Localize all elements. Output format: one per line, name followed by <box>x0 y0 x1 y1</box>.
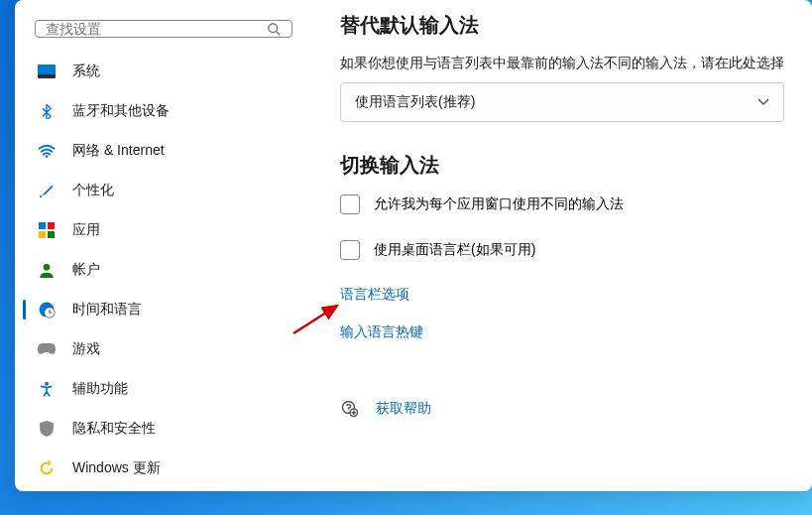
checkbox-label: 使用桌面语言栏(如果可用) <box>374 241 535 259</box>
globe-clock-icon <box>37 300 57 320</box>
search-input[interactable] <box>46 21 267 37</box>
nav-label: 网络 & Internet <box>72 142 165 160</box>
svg-rect-8 <box>48 231 55 238</box>
search-box[interactable] <box>35 20 292 38</box>
nav-system[interactable]: 系统 <box>23 52 304 91</box>
nav-label: Windows 更新 <box>72 459 161 477</box>
system-icon <box>37 62 57 81</box>
content-panel: 替代默认输入法 如果你想使用与语言列表中最靠前的输入法不同的输入法，请在此处选择… <box>312 0 812 491</box>
nav-bluetooth[interactable]: 蓝牙和其他设备 <box>23 91 304 131</box>
nav-accessibility[interactable]: 辅助功能 <box>23 369 304 409</box>
nav-time-language[interactable]: 时间和语言 <box>23 290 304 329</box>
nav-label: 蓝牙和其他设备 <box>72 102 170 120</box>
nav-label: 辅助功能 <box>72 380 128 398</box>
chevron-down-icon <box>757 98 769 106</box>
link-get-help[interactable]: 获取帮助 <box>376 400 431 418</box>
svg-line-1 <box>276 31 280 35</box>
link-input-hotkeys[interactable]: 输入语言热键 <box>340 323 784 341</box>
checkbox-icon <box>340 240 360 260</box>
apps-icon <box>37 220 57 240</box>
help-icon <box>340 399 360 419</box>
help-row: 获取帮助 <box>340 399 784 419</box>
svg-rect-7 <box>39 231 46 238</box>
section-override-title: 替代默认输入法 <box>340 12 784 39</box>
svg-point-0 <box>269 23 278 32</box>
link-langbar-options[interactable]: 语言栏选项 <box>340 286 784 304</box>
svg-rect-6 <box>48 222 55 229</box>
nav-network[interactable]: 网络 & Internet <box>23 131 304 171</box>
shield-icon <box>37 419 57 439</box>
nav-label: 时间和语言 <box>72 301 142 319</box>
wifi-icon <box>37 141 57 161</box>
nav-label: 游戏 <box>72 340 100 358</box>
nav-label: 隐私和安全性 <box>72 420 156 438</box>
checkbox-per-app[interactable]: 允许我为每个应用窗口使用不同的输入法 <box>340 194 784 214</box>
brush-icon <box>37 181 57 200</box>
settings-window: 系统 蓝牙和其他设备 网络 & Internet 个性化 应用 帐户 <box>15 0 812 491</box>
checkbox-icon <box>340 194 360 214</box>
language-list-dropdown[interactable]: 使用语言列表(推荐) <box>340 82 784 122</box>
nav-privacy[interactable]: 隐私和安全性 <box>23 409 304 449</box>
nav-label: 系统 <box>72 63 100 80</box>
svg-point-14 <box>45 382 49 386</box>
search-icon <box>267 22 282 37</box>
nav-label: 个性化 <box>72 182 114 199</box>
checkbox-desktop-langbar[interactable]: 使用桌面语言栏(如果可用) <box>340 240 784 260</box>
nav-apps[interactable]: 应用 <box>23 210 304 250</box>
bluetooth-icon <box>37 101 57 121</box>
svg-point-4 <box>46 155 48 157</box>
nav-windows-update[interactable]: Windows 更新 <box>23 449 304 488</box>
checkbox-label: 允许我为每个应用窗口使用不同的输入法 <box>374 195 624 213</box>
override-desc: 如果你想使用与语言列表中最靠前的输入法不同的输入法，请在此处选择 <box>340 55 784 72</box>
nav-accounts[interactable]: 帐户 <box>23 250 304 290</box>
update-icon <box>37 458 57 478</box>
nav-label: 帐户 <box>72 261 100 279</box>
gamepad-icon <box>37 339 57 359</box>
nav-gaming[interactable]: 游戏 <box>23 329 304 369</box>
person-icon <box>37 260 57 280</box>
svg-rect-5 <box>39 222 46 229</box>
svg-point-9 <box>44 264 51 271</box>
sidebar: 系统 蓝牙和其他设备 网络 & Internet 个性化 应用 帐户 <box>15 0 312 491</box>
accessibility-icon <box>37 379 57 399</box>
nav-list: 系统 蓝牙和其他设备 网络 & Internet 个性化 应用 帐户 <box>23 52 304 488</box>
dropdown-value: 使用语言列表(推荐) <box>355 93 475 111</box>
section-switch-title: 切换输入法 <box>340 152 784 179</box>
nav-personalization[interactable]: 个性化 <box>23 171 304 210</box>
nav-label: 应用 <box>72 221 100 239</box>
svg-rect-3 <box>38 74 56 78</box>
